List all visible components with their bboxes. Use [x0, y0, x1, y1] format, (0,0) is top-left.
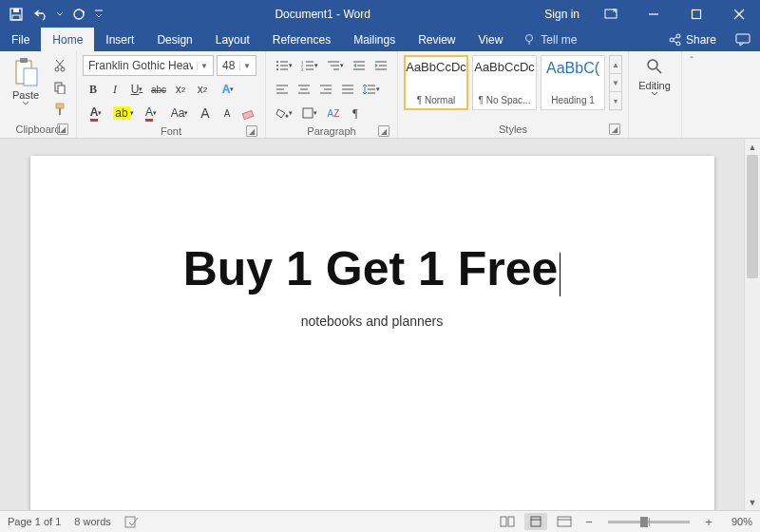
page[interactable]: Buy 1 Get 1 Free notebooks and planners: [30, 156, 714, 510]
subline-text[interactable]: notebooks and planners: [87, 314, 657, 329]
scroll-up-icon[interactable]: ▲: [745, 139, 760, 155]
underline-button[interactable]: U ▾: [126, 79, 147, 100]
paragraph-dialog-launcher[interactable]: ◢: [378, 125, 390, 137]
text-effects-button[interactable]: A ▾: [214, 79, 242, 100]
vertical-scrollbar[interactable]: ▲ ▼: [744, 139, 760, 510]
borders-button[interactable]: ▾: [297, 103, 322, 124]
undo-dropdown-icon[interactable]: [55, 4, 65, 25]
scroll-thumb[interactable]: [747, 155, 758, 278]
tab-references[interactable]: References: [261, 28, 342, 51]
align-center-button[interactable]: [294, 79, 314, 100]
tab-insert[interactable]: Insert: [94, 28, 145, 51]
multilevel-list-button[interactable]: ▾: [323, 55, 348, 76]
tab-view[interactable]: View: [467, 28, 515, 51]
format-painter-button[interactable]: [49, 99, 70, 120]
tab-home[interactable]: Home: [41, 28, 94, 51]
headline-text[interactable]: Buy 1 Get 1 Free: [87, 241, 657, 296]
print-layout-icon[interactable]: [524, 513, 547, 530]
sort-button[interactable]: AZ: [323, 103, 344, 124]
scroll-track[interactable]: [745, 155, 760, 494]
proofing-icon[interactable]: [124, 515, 140, 528]
qat-customize-icon[interactable]: [93, 4, 104, 25]
shrink-font-button[interactable]: A: [217, 103, 238, 124]
font-color2-button[interactable]: A ▾: [138, 103, 164, 124]
clear-formatting-button[interactable]: [238, 103, 259, 124]
gallery-more-icon[interactable]: ▾: [610, 92, 621, 109]
tab-layout[interactable]: Layout: [204, 28, 261, 51]
sign-in-link[interactable]: Sign in: [535, 8, 589, 21]
shading-button[interactable]: ▾: [272, 103, 296, 124]
tab-design[interactable]: Design: [145, 28, 203, 51]
subscript-button[interactable]: x2: [170, 79, 191, 100]
show-marks-button[interactable]: ¶: [345, 103, 366, 124]
word-count[interactable]: 8 words: [74, 516, 111, 527]
gallery-down-icon[interactable]: ▼: [610, 74, 621, 92]
strikethrough-button[interactable]: abc: [148, 79, 169, 100]
zoom-level[interactable]: 90%: [722, 516, 752, 527]
titlebar: Document1 - Word Sign in: [0, 0, 760, 28]
justify-button[interactable]: [337, 79, 358, 100]
increase-indent-button[interactable]: [370, 55, 391, 76]
styles-gallery-scroll: ▲ ▼ ▾: [609, 55, 622, 110]
svg-rect-26: [58, 86, 65, 94]
comments-icon[interactable]: [726, 28, 760, 51]
document-scroll[interactable]: Buy 1 Get 1 Free notebooks and planners: [0, 139, 744, 510]
style-no-spacing[interactable]: AaBbCcDc ¶ No Spac...: [472, 55, 537, 110]
copy-button[interactable]: [49, 77, 70, 98]
page-indicator[interactable]: Page 1 of 1: [8, 516, 61, 527]
tell-me-search[interactable]: Tell me: [514, 28, 586, 51]
tab-file[interactable]: File: [0, 28, 41, 51]
zoom-slider[interactable]: [608, 521, 690, 523]
svg-point-32: [276, 65, 278, 66]
bullets-button[interactable]: ▾: [272, 55, 296, 76]
maximize-button[interactable]: [674, 0, 717, 28]
line-spacing-button[interactable]: ▾: [359, 79, 384, 100]
ribbon-display-options-icon[interactable]: [589, 0, 632, 28]
style-normal[interactable]: AaBbCcDc ¶ Normal: [404, 55, 468, 110]
chevron-down-icon[interactable]: ▼: [239, 62, 254, 70]
share-button[interactable]: Share: [659, 28, 726, 51]
tab-review[interactable]: Review: [407, 28, 466, 51]
align-right-button[interactable]: [315, 79, 336, 100]
tab-mailings[interactable]: Mailings: [342, 28, 407, 51]
font-color-button[interactable]: A ▾: [83, 103, 109, 124]
collapse-ribbon-icon[interactable]: ˆ: [682, 51, 701, 138]
editing-button[interactable]: Editing: [635, 55, 674, 99]
redo-icon[interactable]: [68, 4, 89, 25]
align-left-button[interactable]: [272, 79, 293, 100]
scroll-down-icon[interactable]: ▼: [745, 494, 760, 510]
cut-button[interactable]: [49, 55, 70, 76]
gallery-up-icon[interactable]: ▲: [610, 56, 621, 74]
paste-button[interactable]: Paste: [6, 55, 46, 108]
clipboard-dialog-launcher[interactable]: ◢: [57, 124, 68, 135]
superscript-button[interactable]: x2: [192, 79, 213, 100]
clipboard-icon: [12, 57, 39, 87]
app-name: Word: [343, 8, 370, 21]
decrease-indent-button[interactable]: [349, 55, 370, 76]
share-icon: [669, 33, 681, 46]
grow-font-button[interactable]: A: [195, 103, 216, 124]
font-name-combo[interactable]: Franklin Gothic Heavy▼: [83, 55, 214, 76]
change-case-button[interactable]: Aa▾: [165, 103, 194, 124]
save-icon[interactable]: [6, 4, 27, 25]
styles-dialog-launcher[interactable]: ◢: [609, 124, 620, 135]
svg-rect-19: [20, 58, 28, 63]
svg-rect-70: [125, 517, 135, 527]
bold-button[interactable]: B: [83, 79, 104, 100]
numbering-button[interactable]: 123▾: [297, 55, 322, 76]
font-size-combo[interactable]: 48▼: [217, 55, 256, 76]
highlight-button[interactable]: ab ▾: [110, 103, 137, 124]
zoom-out-button[interactable]: −: [581, 514, 597, 529]
chevron-down-icon[interactable]: ▼: [197, 62, 211, 70]
web-layout-icon[interactable]: [553, 513, 576, 530]
style-heading-1[interactable]: AaBbC( Heading 1: [541, 55, 605, 110]
undo-icon[interactable]: [30, 4, 51, 25]
zoom-in-button[interactable]: +: [701, 514, 716, 529]
italic-button[interactable]: I: [104, 79, 125, 100]
read-mode-icon[interactable]: [496, 513, 519, 530]
font-dialog-launcher[interactable]: ◢: [246, 125, 257, 137]
svg-line-16: [674, 41, 676, 43]
close-button[interactable]: [717, 0, 760, 28]
zoom-knob[interactable]: [640, 517, 648, 527]
minimize-button[interactable]: [632, 0, 674, 28]
